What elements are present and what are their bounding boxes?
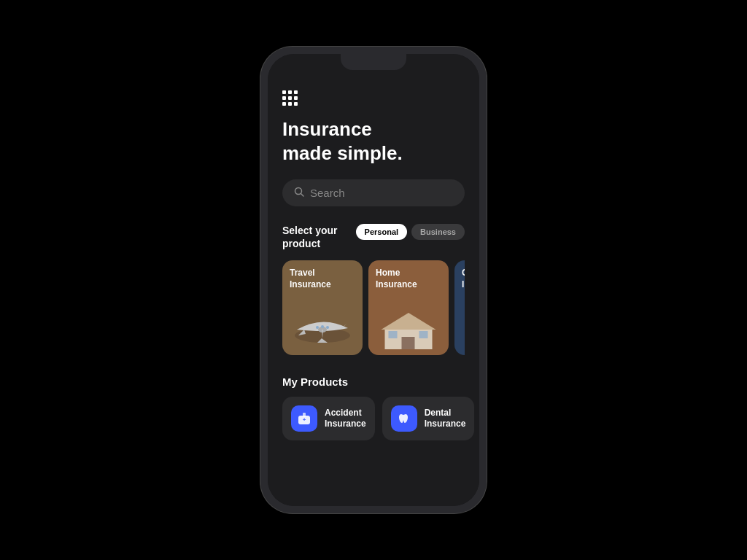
- phone-frame: Insurance made simple. Search Select you…: [260, 47, 487, 513]
- home-card-label: Home Insurance: [376, 268, 441, 290]
- search-bar[interactable]: Search: [282, 179, 465, 206]
- svg-text:+: +: [303, 416, 306, 423]
- svg-rect-11: [419, 331, 428, 338]
- phone-screen-container: Insurance made simple. Search Select you…: [268, 54, 479, 506]
- car-insurance-card[interactable]: Car Insuran: [454, 260, 465, 355]
- svg-rect-10: [389, 331, 398, 338]
- svg-marker-8: [382, 313, 436, 330]
- my-products-row: + Accident Insurance Dental Insurance: [282, 397, 465, 440]
- my-products-title: My Products: [282, 376, 465, 388]
- travel-insurance-card[interactable]: Travel Insurance: [282, 260, 363, 355]
- car-card-label: Car Insuran: [462, 268, 465, 290]
- hero-title: Insurance made simple.: [282, 117, 465, 165]
- product-type-toggle: Personal Business: [356, 224, 465, 240]
- svg-rect-9: [402, 337, 415, 349]
- search-placeholder: Search: [310, 187, 345, 199]
- personal-tab[interactable]: Personal: [356, 224, 407, 240]
- dental-insurance-card[interactable]: Dental Insurance: [382, 397, 475, 440]
- accident-icon-box: +: [291, 405, 317, 432]
- house-icon: [382, 309, 436, 349]
- app-logo[interactable]: [282, 90, 465, 106]
- svg-point-5: [321, 325, 324, 328]
- phone-notch: [341, 54, 406, 70]
- my-products-section: My Products + Accident Insurance: [282, 376, 465, 440]
- home-insurance-card[interactable]: Home Insurance: [368, 260, 449, 355]
- product-selector-label: Select your product: [282, 224, 355, 250]
- accident-label: Accident Insurance: [325, 408, 366, 430]
- dental-label: Dental Insurance: [425, 408, 466, 430]
- svg-point-4: [316, 326, 319, 329]
- product-cards-row: Travel Insurance: [282, 260, 465, 355]
- travel-card-label: Travel Insurance: [290, 268, 355, 290]
- dental-icon-box: [391, 405, 417, 432]
- grid-icon: [282, 90, 298, 106]
- svg-point-6: [326, 326, 329, 329]
- svg-line-1: [301, 194, 304, 197]
- plane-icon: [290, 308, 355, 348]
- search-icon: [294, 187, 304, 199]
- app-screen: Insurance made simple. Search Select you…: [268, 54, 479, 506]
- business-tab[interactable]: Business: [411, 224, 465, 240]
- accident-insurance-card[interactable]: + Accident Insurance: [282, 397, 375, 440]
- product-selector-header: Select your product Personal Business: [282, 224, 465, 250]
